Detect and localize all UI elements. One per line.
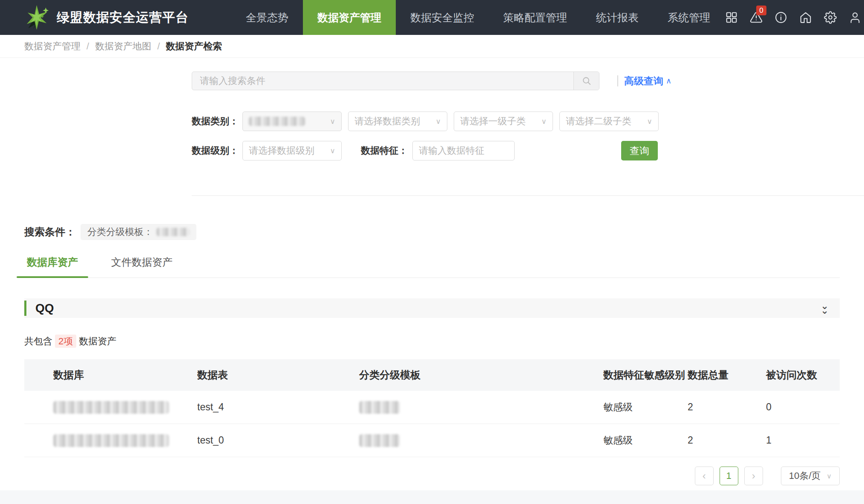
assets-table: 数据库 数据表 分类分级模板 数据特征敏感级别 数据总量 被访问次数 test_…: [24, 359, 840, 457]
chevron-down-icon: ∨: [436, 117, 441, 126]
chevron-down-icon: ∨: [647, 117, 652, 126]
search-box: [192, 72, 599, 90]
redacted-template-name: [156, 228, 190, 236]
cell-table-name: test_0: [197, 435, 359, 446]
cell-visits: 0: [766, 401, 840, 413]
cell-visits: 1: [766, 435, 840, 446]
cell-total: 2: [688, 435, 766, 446]
section-divider: [192, 195, 864, 196]
next-page-button[interactable]: ›: [744, 467, 763, 485]
category-filter-label: 数据类别：: [192, 115, 238, 128]
user-icon[interactable]: [848, 11, 861, 24]
chevron-down-icon: ∨: [330, 146, 335, 155]
cell-sensitivity: 敏感级: [603, 434, 688, 447]
brand-logo-icon: [24, 4, 51, 31]
chevron-down-icon: ∨: [330, 117, 335, 126]
table-header-row: 数据库 数据表 分类分级模板 数据特征敏感级别 数据总量 被访问次数: [24, 359, 840, 391]
subcategory-level1-select[interactable]: 请选择一级子类 ∨: [454, 112, 553, 131]
asset-tabs: 数据库资产 文件数据资产: [24, 255, 840, 278]
count-badge: 2项: [55, 335, 76, 348]
nav-data-asset-management[interactable]: 数据资产管理: [303, 0, 396, 35]
navbar-icons: 0: [725, 11, 861, 24]
breadcrumb-item-1[interactable]: 数据资产管理: [24, 40, 81, 53]
cell-total: 2: [688, 401, 766, 413]
redacted-selected-value: [249, 117, 305, 126]
main-nav: 全景态势 数据资产管理 数据安全监控 策略配置管理 统计报表 系统管理: [231, 0, 725, 35]
tab-database-assets[interactable]: 数据库资产: [24, 255, 81, 278]
level-filter-label: 数据级别：: [192, 144, 238, 157]
breadcrumb-separator: /: [86, 41, 89, 52]
col-sensitivity: 数据特征敏感级别: [603, 368, 688, 382]
cell-table-name: test_4: [197, 401, 359, 413]
breadcrumb-separator: /: [157, 41, 160, 52]
nav-data-security-monitor[interactable]: 数据安全监控: [396, 0, 489, 35]
group-title: QQ: [35, 301, 54, 315]
collapse-caret-icon: ∧: [666, 76, 671, 86]
footer-strip: [0, 490, 864, 504]
cell-sensitivity: 敏感级: [603, 401, 688, 414]
search-icon: [582, 76, 591, 86]
divider: [617, 75, 618, 86]
tab-file-assets[interactable]: 文件数据资产: [109, 255, 175, 278]
page-1-button[interactable]: 1: [720, 467, 738, 485]
chevron-down-icon: ∨: [827, 472, 832, 480]
col-table: 数据表: [197, 368, 359, 382]
nav-policy-config[interactable]: 策略配置管理: [489, 0, 582, 35]
redacted-database-name: [53, 434, 169, 447]
nav-system-management[interactable]: 系统管理: [653, 0, 725, 35]
redacted-template-name: [359, 401, 400, 414]
asset-count-line: 共包含2项数据资产: [24, 335, 840, 348]
prev-page-button[interactable]: ‹: [695, 467, 714, 485]
apps-grid-icon[interactable]: [725, 11, 738, 24]
info-icon[interactable]: [774, 11, 787, 24]
template-select[interactable]: ∨: [242, 112, 342, 131]
asset-group-header: QQ ⌄⌄: [24, 298, 840, 318]
search-panel: 高级查询 ∧ 数据类别： ∨ 请选择数据类别 ∨ 请选择一级子类 ∨ 请选择二级…: [0, 58, 864, 196]
chevron-down-icon: ∨: [541, 117, 547, 126]
table-row[interactable]: test_0 敏感级 2 1: [24, 424, 840, 457]
page-size-select[interactable]: 10条/页 ∨: [781, 467, 840, 485]
table-row[interactable]: test_4 敏感级 2 0: [24, 391, 840, 424]
advanced-query-link[interactable]: 高级查询 ∧: [624, 74, 671, 88]
subcategory-level2-select[interactable]: 请选择二级子类 ∨: [559, 112, 659, 131]
double-chevron-down-icon[interactable]: ⌄⌄: [821, 304, 829, 313]
col-database: 数据库: [24, 368, 197, 382]
search-input[interactable]: [192, 72, 573, 90]
pagination: ‹ 1 › 10条/页 ∨: [24, 467, 840, 485]
settings-gear-icon[interactable]: [824, 11, 837, 24]
data-level-select[interactable]: 请选择数据级别 ∨: [242, 141, 342, 160]
redacted-database-name: [53, 401, 169, 414]
alert-triangle-icon[interactable]: 0: [749, 11, 763, 24]
alert-count-badge: 0: [756, 6, 766, 15]
home-icon[interactable]: [799, 11, 812, 24]
search-condition-label: 搜索条件：: [24, 225, 75, 239]
results-section: 搜索条件： 分类分级模板： 数据库资产 文件数据资产 QQ ⌄⌄ 共包含2项数据…: [0, 224, 864, 485]
top-navbar: 绿盟数据安全运营平台 全景态势 数据资产管理 数据安全监控 策略配置管理 统计报…: [0, 0, 864, 35]
breadcrumb-item-2[interactable]: 数据资产地图: [95, 40, 151, 53]
data-category-select[interactable]: 请选择数据类别 ∨: [348, 112, 447, 131]
breadcrumb-item-current: 数据资产检索: [166, 40, 222, 53]
breadcrumb: 数据资产管理 / 数据资产地图 / 数据资产检索: [0, 35, 864, 58]
nav-panorama[interactable]: 全景态势: [231, 0, 303, 35]
col-template: 分类分级模板: [359, 368, 603, 382]
redacted-template-name: [359, 434, 400, 447]
condition-tag: 分类分级模板：: [81, 224, 196, 240]
nav-statistics-report[interactable]: 统计报表: [582, 0, 653, 35]
search-button[interactable]: [573, 72, 599, 90]
feature-filter-label: 数据特征：: [361, 144, 408, 157]
data-feature-input[interactable]: [412, 141, 515, 160]
col-visits: 被访问次数: [766, 368, 840, 382]
col-total: 数据总量: [688, 368, 766, 382]
query-button[interactable]: 查询: [621, 141, 658, 160]
app-title: 绿盟数据安全运营平台: [57, 9, 189, 26]
